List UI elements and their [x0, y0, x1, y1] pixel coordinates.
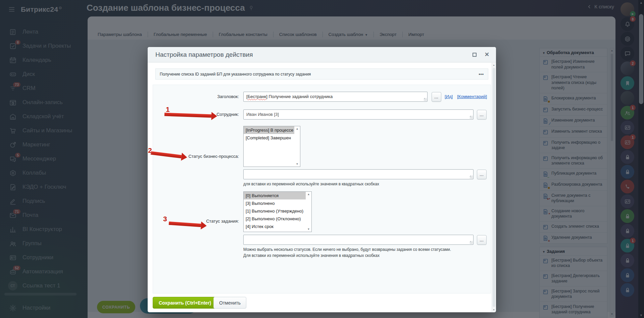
bp-status-insert-value-button[interactable]: ... [477, 170, 487, 179]
dialog-title: Настройка параметров действия [155, 47, 253, 62]
annotation-number-1: 1 [166, 105, 170, 113]
scrollbar-thumb[interactable] [493, 68, 495, 307]
more-options-button[interactable]: ••• [479, 72, 484, 77]
resize-handle-icon[interactable] [470, 241, 473, 244]
listbox-scrollbar[interactable]: ▲▼ [306, 192, 311, 232]
maximize-icon[interactable] [473, 53, 477, 57]
task-status-hint-2: Для вставки из переменной используйте зн… [243, 253, 380, 258]
title-value: ] Получение заданий сотрудника [266, 94, 333, 99]
listbox-option[interactable]: [3] Выполнено [244, 199, 306, 207]
annotation-number-2: 2 [148, 146, 152, 154]
scroll-down-icon[interactable]: ▼ [294, 163, 300, 166]
scroll-up-icon[interactable]: ▲ [306, 193, 311, 196]
title-input[interactable]: [Бестранк] Получение заданий сотрудника [243, 92, 428, 102]
resize-handle-icon[interactable] [470, 176, 473, 179]
listbox-option[interactable]: [4] Истек срок [244, 223, 306, 230]
close-icon[interactable]: ✕ [485, 51, 489, 58]
action-settings-dialog: Настройка параметров действия ✕ Получени… [148, 47, 496, 312]
listbox-option[interactable]: [0] Выполняется [244, 192, 306, 199]
action-description: Получение списка ID заданий БП для указа… [160, 72, 311, 77]
task-status-insert-value-button[interactable]: ... [477, 235, 487, 245]
listbox-option[interactable]: [InProgress] В процессе [244, 126, 294, 134]
comment-link[interactable]: [Комментарий] [457, 94, 487, 99]
listbox-option[interactable]: [Completed] Завершен [244, 134, 294, 142]
scroll-up-icon[interactable]: ▲ [294, 127, 300, 130]
resize-handle-icon[interactable] [470, 116, 473, 119]
title-value-misspelled: Бестранк [248, 94, 266, 99]
id-link[interactable]: [Ид] [445, 94, 453, 99]
bp-status-manual-input[interactable] [243, 169, 474, 179]
field-label-title: Заголовок: [153, 94, 239, 99]
task-status-manual-input[interactable] [243, 235, 474, 245]
save-button[interactable]: Сохранить (Ctrl+Enter) [153, 297, 217, 309]
title-insert-value-button[interactable]: ... [432, 92, 441, 102]
employee-value: Иван Иванов [3] [246, 112, 279, 117]
listbox-option[interactable]: [1] Выполнено (Утверждено) [244, 207, 306, 215]
scroll-down-icon[interactable]: ▼ [306, 228, 311, 231]
dialog-scrollbar[interactable]: ▲ ▼ [492, 63, 496, 312]
task-status-listbox[interactable]: [0] Выполняется[3] Выполнено[1] Выполнен… [243, 191, 312, 232]
dialog-titlebar[interactable]: Настройка параметров действия ✕ [148, 47, 496, 62]
employee-select-button[interactable]: ... [477, 110, 487, 120]
scroll-down-icon[interactable]: ▼ [492, 309, 496, 311]
listbox-scrollbar[interactable]: ▲▼ [294, 126, 300, 167]
listbox-option[interactable]: [2] Выполнено (Отклонено) [244, 215, 306, 223]
cancel-button[interactable]: Отменить [213, 297, 246, 309]
app-window: Битрикс24⊙ Лента8Задачи и ПроектыКаленда… [0, 0, 644, 318]
bp-status-listbox[interactable]: [InProgress] В процессе[Completed] Завер… [243, 126, 300, 167]
bp-status-hint: для вставки из переменной используйте зн… [243, 182, 379, 186]
action-description-band: Получение списка ID заданий БП для указа… [155, 69, 488, 80]
scroll-up-icon[interactable]: ▲ [492, 64, 496, 66]
task-status-hint-1: Можно выбрать несколько статусов. Если н… [243, 247, 451, 252]
resize-handle-icon[interactable] [424, 98, 427, 101]
annotation-number-3: 3 [163, 215, 167, 223]
employee-input[interactable]: Иван Иванов [3] [243, 109, 474, 120]
